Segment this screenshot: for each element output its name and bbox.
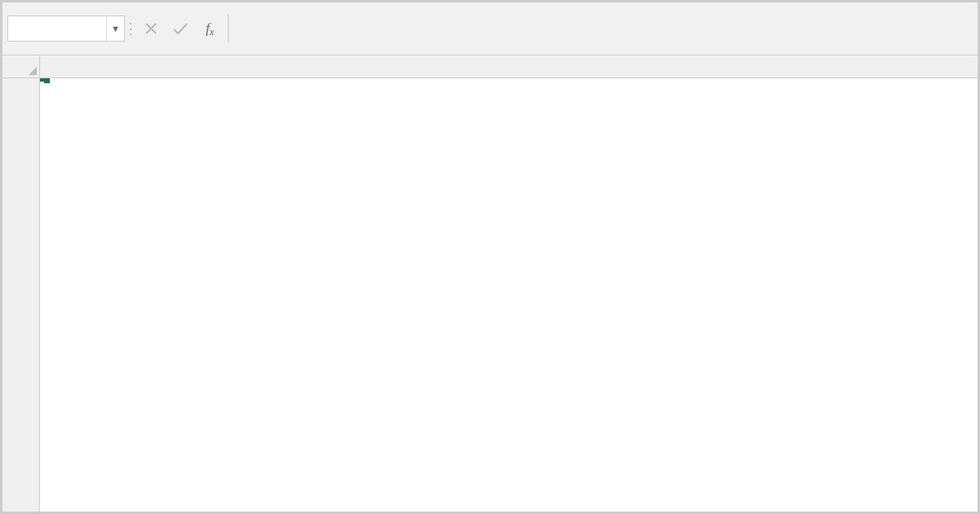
name-box-dropdown-icon[interactable]: ▼ bbox=[106, 16, 124, 41]
separator: ⋮ bbox=[125, 20, 136, 38]
formula-bar: ▼ ⋮ fx bbox=[2, 2, 978, 55]
name-box[interactable] bbox=[8, 19, 106, 39]
divider bbox=[228, 14, 229, 43]
formula-input[interactable] bbox=[256, 16, 973, 42]
input-value-cell[interactable] bbox=[40, 78, 48, 82]
column-header-row bbox=[2, 55, 978, 78]
select-all-corner[interactable] bbox=[2, 55, 40, 78]
enter-icon[interactable] bbox=[166, 14, 195, 43]
name-box-wrap: ▼ bbox=[7, 16, 125, 42]
cancel-icon[interactable] bbox=[136, 14, 166, 43]
fx-icon[interactable]: fx bbox=[195, 20, 225, 37]
grid-body bbox=[2, 78, 978, 512]
row-header-col bbox=[2, 78, 40, 512]
grid-area bbox=[2, 55, 978, 512]
cells-canvas[interactable] bbox=[40, 78, 978, 512]
app-window: ▼ ⋮ fx bbox=[0, 0, 980, 514]
